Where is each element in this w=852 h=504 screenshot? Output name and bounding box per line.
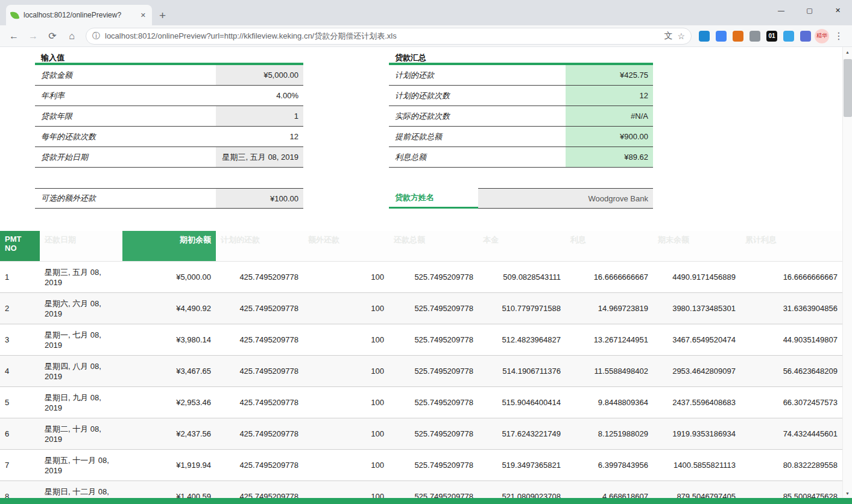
amort-cell: 100 [303, 449, 389, 480]
minimize-button[interactable]: — [767, 0, 795, 20]
input-value: 星期三, 五月 08, 2019 [216, 147, 303, 167]
amort-cell: 星期四, 八月 08, 2019 [40, 355, 122, 386]
table-row: 3星期一, 七月 08, 2019¥3,980.14425.7495209778… [0, 324, 842, 355]
close-button[interactable]: ✕ [824, 0, 852, 20]
input-label: 贷款年限 [35, 106, 216, 126]
profile-avatar[interactable]: 精华 [815, 29, 829, 43]
tab-title: localhost:8012/onlinePreview? [24, 11, 134, 19]
amort-cell: 6 [0, 418, 40, 449]
amort-cell: 100 [303, 386, 389, 418]
amort-cell: ¥3,980.14 [122, 324, 216, 355]
extension-icon-3[interactable] [733, 31, 743, 42]
amort-cell: 525.7495209778 [389, 261, 478, 292]
amort-cell: ¥3,467.65 [122, 355, 216, 386]
spreadsheet-preview: 输入值 贷款金额¥5,000.00年利率4.00%贷款年限1每年的还款次数12贷… [0, 47, 842, 498]
back-button[interactable]: ← [5, 27, 23, 45]
amort-cell: 517.6243221749 [478, 418, 566, 449]
table-row: 7星期五, 十一月 08, 2019¥1,919.94425.749520977… [0, 449, 842, 480]
scroll-up-icon[interactable]: ▲ [843, 47, 852, 57]
amort-cell: 44.9035149807 [740, 324, 842, 355]
kkfileview-leaf-icon [10, 10, 19, 19]
table-row: 1星期三, 五月 08, 2019¥5,000.00425.7495209778… [0, 261, 842, 292]
translate-icon[interactable]: 文 [664, 31, 672, 42]
forward-button[interactable]: → [24, 27, 42, 45]
summary-row: 实际的还款次数#N/A [389, 106, 653, 127]
extra-payment-label: 可选的额外还款 [35, 189, 216, 208]
extension-icon-4[interactable] [749, 31, 760, 42]
amort-header-cell: 本金 [478, 231, 566, 261]
amort-cell: 100 [303, 292, 389, 324]
summary-row: 利息总额¥89.62 [389, 147, 653, 168]
summary-value: ¥89.62 [566, 147, 653, 167]
amort-cell: 星期日, 十二月 08, 2019 [40, 480, 122, 498]
summary-label: 计划的还款 [389, 65, 566, 85]
address-bar[interactable]: ⓘ localhost:8012/onlinePreview?url=http:… [86, 28, 692, 45]
table-row: 5星期日, 九月 08, 2019¥2,953.46425.7495209778… [0, 386, 842, 418]
amort-cell: 8.1251988029 [566, 418, 653, 449]
amort-cell: 525.7495209778 [389, 324, 478, 355]
amort-cell: 425.7495209778 [216, 480, 303, 498]
extension-icon-2[interactable] [716, 31, 727, 42]
page-info-icon[interactable]: ⓘ [92, 31, 100, 42]
table-row: 2星期六, 六月 08, 2019¥4,490.92425.7495209778… [0, 292, 842, 324]
amort-cell: 425.7495209778 [216, 292, 303, 324]
summary-row: 计划的还款¥425.75 [389, 65, 653, 86]
extension-icon-5[interactable]: 01 [766, 31, 777, 42]
amort-cell: ¥1,919.94 [122, 449, 216, 480]
summary-row: 计划的还款次数12 [389, 86, 653, 106]
browser-toolbar: ← → ⟳ ⌂ ⓘ localhost:8012/onlinePreview?u… [0, 25, 852, 47]
extension-icon-1[interactable] [699, 31, 710, 42]
amort-cell: 星期日, 九月 08, 2019 [40, 386, 122, 418]
amort-cell: 星期三, 五月 08, 2019 [40, 261, 122, 292]
amort-header-cell: 期末余额 [653, 231, 740, 261]
input-row: 贷款金额¥5,000.00 [35, 65, 303, 86]
input-value: 1 [216, 106, 303, 126]
maximize-button[interactable]: ▢ [795, 0, 824, 20]
amort-cell: 1400.5855821113 [653, 449, 740, 480]
amort-cell: 31.6363904856 [740, 292, 842, 324]
amort-cell: 3 [0, 324, 40, 355]
amort-cell: 13.2671244951 [566, 324, 653, 355]
home-button[interactable]: ⌂ [63, 27, 81, 45]
amort-cell: ¥2,953.46 [122, 386, 216, 418]
amort-cell: 425.7495209778 [216, 324, 303, 355]
amort-cell: 74.4324445601 [740, 418, 842, 449]
amort-cell: 425.7495209778 [216, 261, 303, 292]
input-row: 贷款年限1 [35, 106, 303, 127]
vertical-scrollbar[interactable]: ▲ ▼ [842, 47, 852, 498]
amort-cell: 425.7495209778 [216, 386, 303, 418]
amort-header-cell: 利息 [566, 231, 653, 261]
browser-tab[interactable]: localhost:8012/onlinePreview? ✕ [6, 5, 152, 25]
browser-menu-icon[interactable]: ⋮ [830, 30, 847, 42]
amort-body: 1星期三, 五月 08, 2019¥5,000.00425.7495209778… [0, 261, 842, 498]
extension-icon-6[interactable] [783, 31, 794, 42]
amort-cell: 515.9046400414 [478, 386, 566, 418]
amort-cell: 3467.6549520474 [653, 324, 740, 355]
scrollbar-track[interactable] [843, 57, 852, 488]
amort-cell: 6.3997843956 [566, 449, 653, 480]
table-row: 6星期二, 十月 08, 2019¥2,437.56425.7495209778… [0, 418, 842, 449]
amort-cell: 14.969723819 [566, 292, 653, 324]
input-rows: 贷款金额¥5,000.00年利率4.00%贷款年限1每年的还款次数12贷款开始日… [35, 65, 303, 168]
amort-cell: 9.8448809364 [566, 386, 653, 418]
amort-cell: 85.5008475628 [740, 480, 842, 498]
amort-cell: 5 [0, 386, 40, 418]
amort-cell: ¥2,437.56 [122, 418, 216, 449]
scroll-down-icon[interactable]: ▼ [843, 488, 852, 498]
new-tab-button[interactable]: + [159, 10, 166, 21]
extra-payment-value: ¥100.00 [216, 189, 303, 208]
extension-icon-7[interactable] [800, 31, 811, 42]
reload-button[interactable]: ⟳ [43, 27, 62, 45]
amort-cell: ¥5,000.00 [122, 261, 216, 292]
inputs-section: 输入值 贷款金额¥5,000.00年利率4.00%贷款年限1每年的还款次数12贷… [35, 48, 303, 209]
browser-window: localhost:8012/onlinePreview? ✕ + — ▢ ✕ … [0, 0, 852, 504]
amort-cell: 519.3497365821 [478, 449, 566, 480]
tab-close-icon[interactable]: ✕ [139, 11, 147, 20]
summary-row: 提前还款总额¥900.00 [389, 127, 653, 147]
summary-value: ¥900.00 [566, 127, 653, 146]
bookmark-star-icon[interactable]: ☆ [677, 31, 685, 41]
scrollbar-thumb[interactable] [844, 59, 852, 117]
amort-header-cell: 计划的还款 [216, 231, 303, 261]
amort-cell: 1 [0, 261, 40, 292]
input-row: 每年的还款次数12 [35, 127, 303, 147]
